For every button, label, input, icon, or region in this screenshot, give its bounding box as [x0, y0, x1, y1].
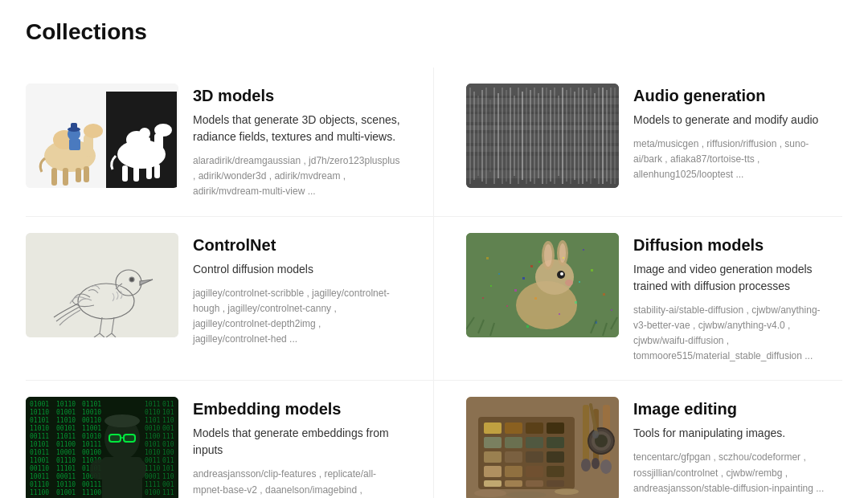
- svg-rect-94: [575, 301, 577, 304]
- svg-rect-192: [484, 451, 502, 463]
- svg-point-85: [565, 280, 573, 286]
- svg-text:010: 010: [162, 441, 174, 448]
- svg-text:00011: 00011: [56, 473, 76, 480]
- svg-text:11100: 11100: [30, 489, 49, 496]
- svg-rect-204: [583, 405, 589, 461]
- svg-text:11100: 11100: [82, 489, 101, 496]
- svg-text:01001: 01001: [30, 401, 49, 408]
- svg-rect-151: [90, 459, 146, 480]
- collection-tags-audio: meta/musicgen , riffusion/riffusion , su…: [633, 137, 826, 183]
- collection-item-embedding[interactable]: 01001 10110 01101 11010 00111 10101 0101…: [26, 381, 434, 498]
- svg-rect-196: [484, 466, 502, 477]
- svg-point-205: [581, 459, 591, 471]
- svg-rect-203: [547, 480, 564, 487]
- svg-rect-202: [526, 480, 543, 487]
- svg-text:01100: 01100: [56, 441, 76, 448]
- svg-rect-5: [51, 168, 57, 186]
- collection-item-audio[interactable]: Audio generation Models to generate and …: [434, 67, 842, 217]
- svg-text:01001: 01001: [56, 409, 76, 416]
- svg-point-78: [535, 259, 574, 295]
- svg-rect-70: [466, 170, 619, 178]
- svg-text:00110: 00110: [30, 465, 49, 472]
- svg-rect-67: [466, 133, 619, 143]
- svg-rect-88: [522, 277, 525, 280]
- page-title: Collections: [26, 19, 842, 45]
- svg-text:01110: 01110: [56, 457, 76, 464]
- collection-image-audio: [466, 84, 619, 188]
- svg-rect-66: [466, 125, 619, 130]
- collection-tags-embedding: andreasjansson/clip-features , replicate…: [193, 467, 401, 498]
- svg-rect-69: [466, 156, 619, 168]
- collection-desc-embedding: Models that generate embeddings from inp…: [193, 425, 401, 459]
- svg-rect-187: [547, 422, 564, 434]
- svg-text:00110: 00110: [82, 417, 101, 424]
- svg-point-212: [555, 488, 579, 495]
- collection-info-3d: 3D models Models that generate 3D object…: [193, 84, 401, 200]
- collection-item-controlnet[interactable]: ControlNet Control diffusion models jagi…: [26, 217, 434, 382]
- svg-rect-6: [63, 168, 68, 186]
- collection-desc-diffusion: Image and video generation models traine…: [633, 261, 826, 295]
- svg-text:0100: 0100: [145, 489, 160, 496]
- svg-rect-186: [526, 422, 543, 434]
- collection-item-image-editing[interactable]: Image editing Tools for manipulating ima…: [434, 381, 842, 498]
- collection-image-controlnet: [26, 233, 178, 337]
- svg-text:101: 101: [162, 409, 174, 416]
- svg-rect-95: [506, 305, 508, 307]
- svg-text:10110: 10110: [30, 409, 49, 416]
- svg-text:1011: 1011: [145, 401, 160, 408]
- svg-rect-96: [591, 269, 593, 271]
- svg-text:011: 011: [162, 457, 174, 464]
- svg-rect-195: [547, 451, 564, 463]
- svg-text:0001: 0001: [145, 473, 160, 480]
- svg-rect-10: [69, 139, 80, 150]
- collection-item-3d-models[interactable]: 3D models Models that generate 3D object…: [26, 67, 434, 217]
- svg-point-22: [139, 128, 150, 139]
- svg-point-17: [154, 124, 172, 137]
- svg-point-74: [129, 277, 134, 282]
- svg-text:01101: 01101: [82, 401, 101, 408]
- svg-rect-65: [466, 114, 619, 122]
- svg-text:00111: 00111: [30, 433, 49, 440]
- collection-image-image-editing: [466, 397, 619, 498]
- svg-rect-93: [559, 313, 560, 315]
- svg-text:011: 011: [162, 401, 174, 408]
- svg-rect-197: [505, 466, 522, 477]
- svg-rect-105: [611, 309, 612, 311]
- svg-text:11001: 11001: [30, 457, 49, 464]
- svg-rect-97: [498, 273, 500, 275]
- collection-item-diffusion[interactable]: Diffusion models Image and video generat…: [434, 217, 842, 382]
- svg-point-4: [84, 124, 103, 138]
- svg-text:01010: 01010: [82, 433, 101, 440]
- svg-text:111: 111: [162, 433, 174, 440]
- collection-desc-controlnet: Control diffusion models: [193, 261, 401, 278]
- collection-info-controlnet: ControlNet Control diffusion models jagi…: [193, 233, 401, 348]
- svg-rect-102: [526, 325, 529, 328]
- collection-info-diffusion: Diffusion models Image and video generat…: [633, 233, 826, 365]
- collection-title-controlnet: ControlNet: [193, 236, 401, 255]
- collection-title-embedding: Embedding models: [193, 400, 401, 418]
- svg-rect-68: [466, 146, 619, 152]
- svg-rect-104: [486, 257, 489, 259]
- svg-text:100: 100: [162, 449, 174, 456]
- svg-rect-87: [538, 261, 540, 263]
- svg-text:00111: 00111: [82, 481, 101, 488]
- svg-rect-90: [514, 289, 517, 292]
- svg-rect-71: [26, 233, 178, 337]
- svg-rect-12: [71, 123, 77, 130]
- svg-text:0101: 0101: [145, 441, 160, 448]
- svg-rect-185: [505, 422, 522, 434]
- svg-text:1101: 1101: [145, 417, 160, 424]
- svg-text:00100: 00100: [82, 449, 101, 456]
- svg-text:01011: 01011: [30, 449, 49, 456]
- svg-rect-92: [534, 297, 537, 300]
- svg-text:01101: 01101: [30, 417, 49, 424]
- svg-text:11101: 11101: [56, 465, 76, 472]
- svg-rect-99: [490, 285, 492, 287]
- svg-text:1111: 1111: [145, 481, 160, 488]
- svg-point-157: [104, 414, 140, 427]
- svg-rect-188: [484, 437, 502, 448]
- svg-rect-194: [526, 451, 543, 463]
- svg-rect-18: [122, 165, 128, 182]
- svg-rect-86: [530, 265, 533, 267]
- svg-point-211: [506, 492, 547, 498]
